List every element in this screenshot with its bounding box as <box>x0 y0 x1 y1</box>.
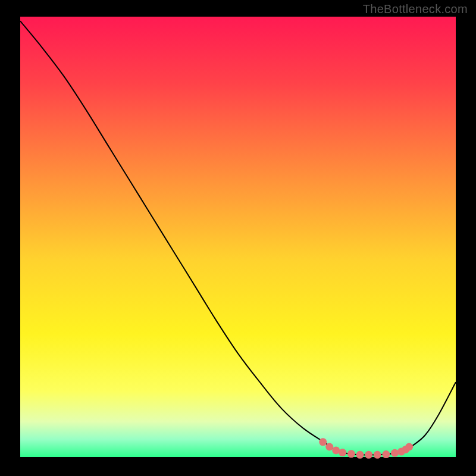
optimal-dot <box>319 438 327 446</box>
optimal-dot <box>391 449 399 457</box>
watermark-text: TheBottleneck.com <box>363 2 468 16</box>
optimal-dot <box>365 451 372 459</box>
plot-area <box>20 17 456 457</box>
curve-layer <box>20 17 456 457</box>
chart-container: TheBottleneck.com <box>0 0 476 476</box>
optimal-range-dots <box>319 438 413 458</box>
optimal-dot <box>339 449 346 456</box>
optimal-dot <box>382 450 390 458</box>
optimal-dot <box>405 443 413 450</box>
optimal-dot <box>356 451 364 459</box>
optimal-dot <box>347 450 355 458</box>
bottleneck-curve <box>20 21 456 455</box>
optimal-dot <box>374 451 381 459</box>
optimal-dot <box>325 443 333 450</box>
